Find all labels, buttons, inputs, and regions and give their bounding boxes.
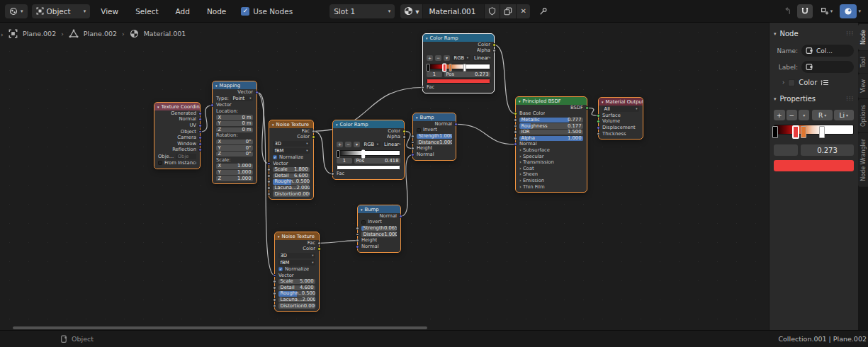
node-panel-header[interactable]: ▾ Node ⁞⁞⁞	[772, 27, 855, 40]
list-icon[interactable]	[821, 79, 829, 86]
checkbox[interactable]	[417, 128, 421, 132]
node-output[interactable]: ▾Material OutputAll▾SurfaceVolumeDisplac…	[599, 98, 643, 139]
menu-select[interactable]: Select	[129, 7, 164, 16]
node-row-dropdown[interactable]: All▾	[599, 106, 643, 113]
tab-tool[interactable]: Tool	[858, 51, 868, 74]
node-label-field[interactable]	[801, 61, 854, 73]
socket[interactable]	[267, 193, 271, 196]
node-header[interactable]: ▾Noise Texture	[269, 120, 313, 128]
ramp-position-field[interactable]: 0.273	[801, 144, 854, 156]
color-ramp-gradient[interactable]	[427, 64, 490, 69]
node-header[interactable]: ▾Bump	[413, 113, 456, 121]
socket[interactable]	[198, 136, 202, 140]
node-bsdf[interactable]: ▾Principled BSDFBSDFBase ColorMetallic0.…	[516, 97, 587, 192]
color-checkbox[interactable]	[788, 79, 795, 86]
socket[interactable]	[312, 135, 315, 139]
socket[interactable]	[597, 120, 600, 123]
color-ramp-gradient[interactable]	[774, 125, 854, 135]
color-swatch[interactable]	[427, 79, 490, 84]
socket[interactable]	[317, 241, 321, 245]
ramp-stop-handle[interactable]	[463, 64, 467, 72]
color-swatch[interactable]	[337, 165, 400, 170]
expand-arrow-icon[interactable]: ›	[782, 79, 784, 86]
node-texcoord[interactable]: ▾Texture CoordinateGeneratedNormalUVObje…	[154, 103, 200, 169]
editor-type-dropdown[interactable]: ▾	[5, 4, 28, 18]
horizontal-scrollbar[interactable]	[13, 326, 427, 329]
material-name-field[interactable]: Material.001	[423, 4, 484, 18]
ramp-remove-stop-button[interactable]: −	[787, 110, 798, 120]
socket[interactable]	[198, 112, 202, 115]
node-header[interactable]: ▾Color Ramp	[423, 34, 494, 42]
socket[interactable]	[317, 247, 321, 251]
node-ramp_top[interactable]: ▾Color RampColorAlpha+−▾RGB▾Linear▾1Pos0…	[423, 34, 494, 93]
breadcrumb-mesh[interactable]: Plane.002	[84, 30, 117, 38]
node-row-slider[interactable]: Roughness0.177	[516, 123, 587, 130]
ramp-stop-color-swatch[interactable]	[774, 160, 854, 171]
node-row-pos[interactable]: 1Pos0.418	[333, 157, 404, 164]
node-row-val[interactable]: Y0°	[213, 145, 257, 152]
node-row-val[interactable]: Detail6.600	[269, 173, 313, 179]
panel-grip-icon[interactable]: ⁞⁞⁞	[846, 30, 854, 37]
node-row-dropdown[interactable]: fBM▾	[269, 147, 313, 154]
checkbox[interactable]: ✓	[273, 155, 277, 159]
node-row-val[interactable]: X0 m	[213, 115, 257, 121]
socket[interactable]	[514, 112, 517, 115]
socket[interactable]	[273, 286, 276, 290]
node-row-val[interactable]: IOR1.500	[516, 129, 587, 135]
node-row-ramp[interactable]	[333, 149, 404, 157]
node-header[interactable]: ▾Material Output	[599, 98, 643, 106]
checkbox[interactable]: ✓	[278, 267, 283, 271]
tab-options[interactable]: Options	[858, 99, 868, 132]
socket[interactable]	[273, 298, 276, 302]
socket[interactable]	[411, 153, 415, 157]
node-row-slider[interactable]: Strength0.065	[358, 225, 400, 232]
socket[interactable]	[585, 106, 589, 110]
new-material-button[interactable]	[500, 4, 516, 18]
node-row-ramp[interactable]	[423, 62, 494, 71]
node-row-val[interactable]: Z0 m	[213, 127, 257, 133]
node-row-val[interactable]: Distortion0.000	[269, 191, 313, 198]
node-row-dropdown[interactable]: 3D▾	[269, 140, 313, 147]
node-row-check[interactable]: ✓Normalize	[275, 266, 319, 273]
node-row-swatch[interactable]	[333, 164, 404, 171]
ramp-stop-handle[interactable]	[801, 126, 806, 138]
ramp-interpolation-dropdown[interactable]: Li▾	[834, 110, 854, 120]
socket[interactable]	[273, 274, 276, 278]
socket[interactable]	[411, 147, 415, 150]
overlay-toggle-button[interactable]	[840, 4, 857, 18]
node-row-dropdown[interactable]: 3D▾	[275, 252, 319, 259]
ramp-stop-handle[interactable]	[427, 64, 430, 72]
node-header[interactable]: ▾Color Ramp	[333, 120, 404, 128]
socket[interactable]	[273, 292, 276, 295]
socket[interactable]	[267, 168, 271, 171]
breadcrumb-material[interactable]: Material.001	[144, 30, 186, 38]
node-row-val[interactable]: Z0°	[213, 151, 257, 157]
node-row-slider[interactable]: Alpha1.000	[516, 135, 587, 142]
socket[interactable]	[356, 239, 359, 242]
node-row-check[interactable]: From Instancer	[154, 160, 200, 166]
socket[interactable]	[454, 123, 458, 126]
node-row-rampctl[interactable]: +−▾RGB▾Linear▾	[333, 140, 404, 149]
ramp-color-mode-dropdown[interactable]: R▾	[812, 110, 832, 120]
node-header[interactable]: ▾Bump	[358, 205, 400, 213]
pin-button[interactable]	[536, 4, 551, 18]
properties-panel-header[interactable]: ▾ Properties ⁞⁞⁞	[772, 92, 855, 106]
node-noise_upper[interactable]: ▾Noise TextureFacColor3D▾fBM▾✓NormalizeV…	[269, 120, 313, 199]
unlink-material-button[interactable]: ✕	[517, 4, 529, 18]
use-nodes-checkbox[interactable]: ✓ Use Nodes	[241, 7, 293, 16]
node-header[interactable]: ▾Texture Coordinate	[154, 103, 200, 110]
node-header[interactable]: ▾Noise Texture	[275, 232, 319, 240]
socket[interactable]	[198, 124, 202, 127]
ramp-stop-handle[interactable]	[361, 150, 365, 158]
chevron-down-icon[interactable]: ▾	[858, 8, 861, 14]
node-bump_upper[interactable]: ▾BumpNormalInvertStrength1.000Distance1.…	[413, 113, 456, 160]
socket[interactable]	[198, 142, 202, 146]
checkbox[interactable]	[361, 220, 366, 224]
socket[interactable]	[273, 280, 276, 283]
socket[interactable]	[411, 135, 415, 138]
panel-grip-icon[interactable]: ⁞⁞⁞	[846, 96, 854, 102]
socket[interactable]	[198, 148, 202, 152]
ramp-index-field[interactable]	[774, 144, 798, 156]
socket[interactable]	[312, 130, 315, 133]
socket[interactable]	[492, 49, 496, 52]
